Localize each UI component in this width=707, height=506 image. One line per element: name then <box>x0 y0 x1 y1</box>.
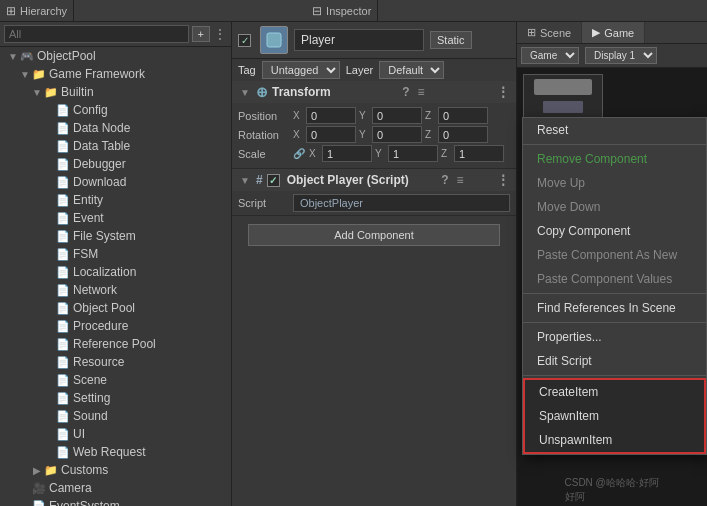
right-panels: ⊞ Scene ▶ Game Game Display 1 Reset <box>517 22 707 506</box>
tree-item-resource[interactable]: ▶ 📄 Resource <box>0 353 231 371</box>
script-header[interactable]: ▼ # ✓ Object Player (Script) ? ≡ ⋮ <box>232 169 516 191</box>
tree-item-setting[interactable]: ▶ 📄 Setting <box>0 389 231 407</box>
tree-item-procedure[interactable]: ▶ 📄 Procedure <box>0 317 231 335</box>
add-component-button[interactable]: Add Component <box>248 224 500 246</box>
rot-z-input[interactable] <box>438 126 488 143</box>
pos-z-label: Z <box>425 110 435 121</box>
tree-item-localization[interactable]: ▶ 📄 Localization <box>0 263 231 281</box>
ctx-edit-script[interactable]: Edit Script <box>523 349 706 373</box>
script-help-icon[interactable]: ? <box>441 173 448 187</box>
tree-item-datatable[interactable]: ▶ 📄 Data Table <box>0 137 231 155</box>
tag-dropdown[interactable]: Untagged <box>262 61 340 79</box>
ctx-create-item[interactable]: CreateItem <box>525 380 704 404</box>
ctx-unspawn-item[interactable]: UnspawnItem <box>525 428 704 452</box>
tree-item-datanode[interactable]: ▶ 📄 Data Node <box>0 119 231 137</box>
static-button[interactable]: Static <box>430 31 472 49</box>
icon-procedure: 📄 <box>56 320 70 333</box>
tree-item-ui[interactable]: ▶ 📄 UI <box>0 425 231 443</box>
inspector-object-header: ✓ Static <box>232 22 516 59</box>
tree-item-gameframework[interactable]: ▼ 📁 Game Framework <box>0 65 231 83</box>
tree-item-network[interactable]: ▶ 📄 Network <box>0 281 231 299</box>
tree-item-event[interactable]: ▶ 📄 Event <box>0 209 231 227</box>
transform-menu-btn[interactable]: ⋮ <box>496 84 510 100</box>
icon-webrequest: 📄 <box>56 446 70 459</box>
label-network: Network <box>73 283 117 297</box>
rot-y-input[interactable] <box>372 126 422 143</box>
scale-y-input[interactable] <box>388 145 438 162</box>
tree-item-entity[interactable]: ▶ 📄 Entity <box>0 191 231 209</box>
tree-item-customs[interactable]: ▶ 📁 Customs <box>0 461 231 479</box>
tree-item-sound[interactable]: ▶ 📄 Sound <box>0 407 231 425</box>
tree-item-camera[interactable]: ▶ 🎥 Camera <box>0 479 231 497</box>
script-row: Script ObjectPlayer <box>232 191 516 215</box>
game-tab[interactable]: ▶ Game <box>582 22 645 43</box>
tree-item-objectpool[interactable]: ▼ 🎮 ObjectPool <box>0 47 231 65</box>
script-active-checkbox[interactable]: ✓ <box>267 174 280 187</box>
arrow-customs: ▶ <box>30 465 44 476</box>
ctx-reset[interactable]: Reset <box>523 118 706 142</box>
hierarchy-search-input[interactable] <box>4 25 189 43</box>
position-axis: X Y Z <box>293 107 510 124</box>
pos-z-input[interactable] <box>438 107 488 124</box>
tree-item-fsm[interactable]: ▶ 📄 FSM <box>0 245 231 263</box>
tree-item-objectpool-child[interactable]: ▶ 📄 Object Pool <box>0 299 231 317</box>
layer-label: Layer <box>346 64 374 76</box>
script-settings-icon[interactable]: ≡ <box>457 173 464 187</box>
position-row: Position X Y Z <box>238 107 510 124</box>
pos-y-input[interactable] <box>372 107 422 124</box>
object-active-checkbox[interactable]: ✓ <box>238 34 251 47</box>
rot-x-input[interactable] <box>306 126 356 143</box>
game-preview-bar2 <box>543 101 583 113</box>
ctx-move-up: Move Up <box>523 171 706 195</box>
scale-z-label: Z <box>441 148 451 159</box>
transform-title: Transform <box>272 85 331 99</box>
hierarchy-menu-button[interactable]: ⋮ <box>213 26 227 42</box>
inspector-tab-header[interactable]: ⊟ Inspector <box>306 0 378 21</box>
tree-item-config[interactable]: ▶ 📄 Config <box>0 101 231 119</box>
transform-settings-icon[interactable]: ≡ <box>418 85 425 99</box>
tree-item-download[interactable]: ▶ 📄 Download <box>0 173 231 191</box>
scale-y-label: Y <box>375 148 385 159</box>
transform-header[interactable]: ▼ ⊕ Transform ? ≡ ⋮ <box>232 81 516 103</box>
tree-item-webrequest[interactable]: ▶ 📄 Web Request <box>0 443 231 461</box>
watermark: CSDN @哈哈哈·好阿好阿 <box>565 476 660 504</box>
layer-dropdown[interactable]: Default <box>379 61 444 79</box>
ctx-divider-1 <box>523 144 706 145</box>
scale-label: Scale <box>238 148 293 160</box>
object-name-input[interactable] <box>294 29 424 51</box>
icon-datanode: 📄 <box>56 122 70 135</box>
scale-z-input[interactable] <box>454 145 504 162</box>
label-debugger: Debugger <box>73 157 126 171</box>
transform-help-icon[interactable]: ? <box>402 85 409 99</box>
scene-tab[interactable]: ⊞ Scene <box>517 22 582 43</box>
ctx-remove-component[interactable]: Remove Component <box>523 147 706 171</box>
scale-x-input[interactable] <box>322 145 372 162</box>
game-resolution-dropdown[interactable]: Game <box>521 47 579 64</box>
tree-item-debugger[interactable]: ▶ 📄 Debugger <box>0 155 231 173</box>
hierarchy-grid-icon: ⊞ <box>6 4 16 18</box>
icon-download: 📄 <box>56 176 70 189</box>
ctx-find-references[interactable]: Find References In Scene <box>523 296 706 320</box>
pos-x-input[interactable] <box>306 107 356 124</box>
display-dropdown[interactable]: Display 1 <box>585 47 657 64</box>
pos-x-label: X <box>293 110 303 121</box>
tree-item-builtin[interactable]: ▼ 📁 Builtin <box>0 83 231 101</box>
game-tab-icon: ▶ <box>592 26 600 39</box>
icon-referencepool: 📄 <box>56 338 70 351</box>
tree-item-filesystem[interactable]: ▶ 📄 File System <box>0 227 231 245</box>
icon-event: 📄 <box>56 212 70 225</box>
tree-item-scene[interactable]: ▶ 📄 Scene <box>0 371 231 389</box>
tree-item-eventsystem[interactable]: ▶ 📄 EventSystem <box>0 497 231 506</box>
ctx-spawn-item[interactable]: SpawnItem <box>525 404 704 428</box>
script-field-label: Script <box>238 197 293 209</box>
hierarchy-tab-header[interactable]: ⊞ Hierarchy <box>0 0 74 21</box>
ctx-copy-component[interactable]: Copy Component <box>523 219 706 243</box>
script-menu-btn[interactable]: ⋮ <box>496 172 510 188</box>
label-builtin: Builtin <box>61 85 94 99</box>
hierarchy-panel: + ⋮ ▼ 🎮 ObjectPool ▼ 📁 Game Framework ▼ … <box>0 22 232 506</box>
icon-setting: 📄 <box>56 392 70 405</box>
object-icon <box>260 26 288 54</box>
tree-item-referencepool[interactable]: ▶ 📄 Reference Pool <box>0 335 231 353</box>
ctx-properties[interactable]: Properties... <box>523 325 706 349</box>
hierarchy-add-button[interactable]: + <box>192 26 210 42</box>
